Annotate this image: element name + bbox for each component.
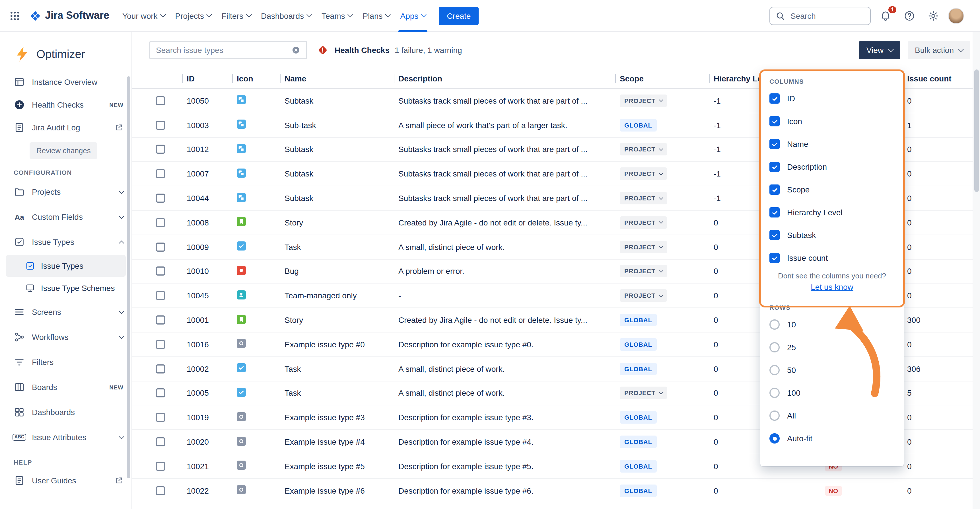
rows-option-all[interactable]: All (760, 404, 904, 427)
nav-item-plans[interactable]: Plans (357, 0, 395, 32)
nav-item-dashboards[interactable]: Dashboards (256, 0, 317, 32)
row-checkbox[interactable] (156, 316, 165, 324)
checkbox-checked-icon[interactable] (770, 116, 780, 126)
column-toggle-subtask[interactable]: Subtask (760, 224, 904, 247)
checkbox-checked-icon[interactable] (770, 253, 780, 263)
scope-badge[interactable]: PROJECT (620, 192, 667, 204)
example-issue-icon (237, 412, 246, 421)
scope-badge[interactable]: PROJECT (620, 289, 667, 302)
column-toggle-icon[interactable]: Icon (760, 110, 904, 132)
let-us-know-link[interactable]: Let us know (811, 282, 853, 292)
column-toggle-hierarchy-level[interactable]: Hierarchy Level (760, 201, 904, 224)
checkbox-checked-icon[interactable] (770, 93, 780, 104)
clear-search-icon[interactable] (291, 46, 301, 55)
column-toggle-id[interactable]: ID (760, 87, 904, 110)
global-search-input[interactable]: Search (770, 6, 871, 25)
scope-badge[interactable]: PROJECT (620, 143, 667, 156)
review-changes-button[interactable]: Review changes (30, 142, 98, 159)
sidebar-item-instance-overview[interactable]: Instance Overview (0, 70, 132, 93)
bulk-action-button[interactable]: Bulk action (907, 41, 970, 59)
column-toggle-label: Icon (787, 117, 802, 126)
sidebar-item-issue-attributes[interactable]: ABCIssue Attributes (0, 425, 132, 450)
row-checkbox[interactable] (156, 486, 165, 495)
sidebar-item-issue-types[interactable]: Issue Types (0, 230, 132, 254)
story-issue-icon (237, 217, 246, 226)
sidebar-item-custom-fields[interactable]: AaCustom Fields (0, 204, 132, 230)
chevron-down-icon (659, 196, 663, 199)
settings-button[interactable] (924, 6, 942, 25)
notifications-button[interactable]: 1 (877, 6, 895, 25)
view-button-label: View (867, 46, 883, 55)
sidebar-item-dashboards[interactable]: Dashboards (0, 400, 132, 425)
row-checkbox[interactable] (156, 96, 165, 105)
radio-unselected-icon[interactable] (770, 365, 780, 375)
scope-badge[interactable]: PROJECT (620, 265, 667, 278)
row-checkbox[interactable] (156, 364, 165, 373)
row-checkbox[interactable] (156, 437, 165, 446)
nav-item-apps[interactable]: Apps (395, 0, 431, 32)
page-scrollbar[interactable] (973, 32, 980, 509)
scope-badge[interactable]: PROJECT (620, 168, 667, 180)
user-avatar[interactable] (948, 8, 964, 24)
row-checkbox[interactable] (156, 169, 165, 179)
sidebar-subitem-issue-type-schemes[interactable]: Issue Type Schemes (6, 277, 126, 299)
column-toggle-scope[interactable]: Scope (760, 178, 904, 201)
cell-description: Subtasks track small pieces of work that… (398, 96, 588, 105)
chevron-down-icon (659, 293, 663, 297)
radio-unselected-icon[interactable] (770, 388, 780, 398)
checkbox-checked-icon[interactable] (770, 207, 780, 217)
nav-item-your-work[interactable]: Your work (117, 0, 170, 32)
row-checkbox[interactable] (156, 242, 165, 251)
row-checkbox[interactable] (156, 462, 165, 471)
issue-type-search-input[interactable]: Search issue types (149, 41, 307, 59)
help-button[interactable] (900, 6, 918, 25)
column-toggle-name[interactable]: Name (760, 132, 904, 155)
create-button[interactable]: Create (439, 6, 479, 25)
jira-logo[interactable]: Jira Software (26, 10, 115, 22)
app-switcher-button[interactable] (6, 6, 24, 25)
scope-badge[interactable]: PROJECT (620, 94, 667, 107)
sidebar-item-health-checks[interactable]: Health ChecksNEW (0, 93, 132, 116)
row-checkbox[interactable] (156, 193, 165, 203)
sidebar-scrollbar[interactable] (127, 76, 130, 478)
column-toggle-issue-count[interactable]: Issue count (760, 247, 904, 269)
row-checkbox[interactable] (156, 413, 165, 422)
radio-selected-icon[interactable] (770, 433, 780, 444)
nav-item-projects[interactable]: Projects (170, 0, 216, 32)
cell-issue-count: 0 (907, 218, 912, 227)
radio-unselected-icon[interactable] (770, 319, 780, 330)
sidebar-item-workflows[interactable]: Workflows (0, 324, 132, 349)
sidebar-item-projects[interactable]: Projects (0, 179, 132, 204)
checkbox-checked-icon[interactable] (770, 162, 780, 172)
view-button[interactable]: View (859, 41, 900, 59)
new-badge: NEW (109, 384, 124, 390)
sidebar-item-screens[interactable]: Screens (0, 300, 132, 324)
row-checkbox[interactable] (156, 145, 165, 154)
row-checkbox[interactable] (156, 267, 165, 276)
row-checkbox[interactable] (156, 120, 165, 129)
rows-option-auto-fit[interactable]: Auto-fit (760, 427, 904, 450)
checkbox-checked-icon[interactable] (770, 139, 780, 149)
scope-badge[interactable]: PROJECT (620, 387, 667, 399)
scope-badge[interactable]: PROJECT (620, 241, 667, 253)
row-checkbox[interactable] (156, 218, 165, 227)
radio-unselected-icon[interactable] (770, 410, 780, 421)
sidebar-item-boards[interactable]: BoardsNEW (0, 375, 132, 400)
columns-toggle-list: IDIconNameDescriptionScopeHierarchy Leve… (760, 87, 904, 269)
row-checkbox[interactable] (156, 291, 165, 300)
column-toggle-description[interactable]: Description (760, 155, 904, 178)
scope-badge[interactable]: PROJECT (620, 216, 667, 229)
nav-item-teams[interactable]: Teams (317, 0, 357, 32)
checkbox-checked-icon[interactable] (770, 230, 780, 240)
checkbox-checked-icon[interactable] (770, 185, 780, 195)
nav-item-filters[interactable]: Filters (216, 0, 256, 32)
row-checkbox[interactable] (156, 389, 165, 398)
sidebar-item-jira-audit-log[interactable]: Jira Audit Log (0, 116, 132, 139)
sidebar-subitem-issue-types[interactable]: Issue Types (6, 255, 126, 277)
page-scrollbar-thumb[interactable] (974, 69, 979, 192)
sidebar-item-filters[interactable]: Filters (0, 349, 132, 375)
sidebar-item-user-guides[interactable]: User Guides (0, 469, 132, 492)
radio-unselected-icon[interactable] (770, 342, 780, 353)
row-checkbox[interactable] (156, 340, 165, 349)
sidebar-item-label: Instance Overview (32, 77, 124, 86)
